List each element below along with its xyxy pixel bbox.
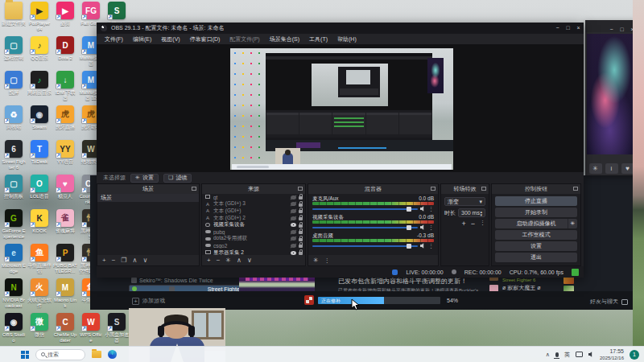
source-properties-button[interactable]: ✳设置 — [130, 174, 159, 183]
sources-toolbar-button[interactable]: ∨ — [247, 257, 252, 265]
speaker-icon[interactable] — [420, 206, 426, 212]
dock-popout-icon[interactable] — [298, 187, 303, 191]
control-button-1[interactable]: 开始录制 — [495, 208, 577, 217]
desktop-icon[interactable]: N↗NVIDIA Broadcast — [2, 278, 26, 311]
desktop-icon[interactable]: 火↗火绒安全软件 — [27, 278, 52, 311]
desktop-icon[interactable]: 鱼↗斗鱼直播伴侣 — [27, 244, 52, 277]
mixer-settings-icon[interactable]: ✳ — [313, 257, 319, 265]
menu-D[interactable]: 停靠窗口(D) — [185, 35, 225, 43]
desktop-icon[interactable]: ♪↗网易云音乐 — [27, 71, 52, 104]
wallpaper-app-window[interactable]: −□× ✳ i ♥ — [585, 20, 638, 175]
eye-hidden-icon[interactable] — [291, 237, 296, 241]
spinner-arrows-icon[interactable]: ▴▾ — [480, 210, 482, 216]
sources-toolbar-button[interactable]: ✳ — [225, 257, 231, 265]
clock[interactable]: 17:55 2025/12/16 — [600, 348, 624, 361]
settings-gear-button[interactable]: ✳ — [589, 163, 602, 174]
eye-visible-icon[interactable] — [291, 223, 296, 227]
scenes-toolbar-button[interactable]: ❐ — [121, 257, 126, 265]
lock-icon[interactable] — [299, 217, 303, 220]
eye-hidden-icon[interactable] — [291, 216, 296, 220]
desktop-icon[interactable]: G↗GeForce Experience — [2, 209, 26, 242]
desktop-icon[interactable]: C↗CheMe Updater — [53, 313, 77, 346]
lock-icon[interactable] — [299, 224, 303, 228]
sources-toolbar-button[interactable]: ∧ — [237, 257, 242, 265]
dock-popout-icon[interactable] — [192, 187, 196, 191]
ime-indicator[interactable]: 英 — [564, 351, 570, 359]
control-button-3[interactable]: 工作室模式 — [495, 230, 577, 240]
dock-popout-icon[interactable] — [431, 187, 436, 191]
menu-S[interactable]: 场景集合(S) — [265, 35, 304, 43]
obs-window[interactable]: OBS 29.1.3 - 配置文件: 未命名 - 场景: 未命名 − □ × 文… — [97, 23, 584, 278]
menu-V[interactable]: 视图(V) — [156, 35, 184, 43]
desktop-icon[interactable]: ◉↗OBS Studio — [2, 313, 26, 346]
source-row[interactable]: A文本 (GDI+) 3 — [202, 201, 305, 208]
desktop-icon[interactable]: M↗Maono Link — [53, 278, 77, 311]
source-row[interactable]: A文本 (GDI+) — [202, 208, 305, 215]
volume-slider[interactable] — [312, 208, 418, 210]
lock-icon[interactable] — [299, 231, 303, 234]
maximize-button[interactable]: □ — [563, 23, 573, 34]
taskbar-chevron-up-icon[interactable]: ∧ — [546, 352, 550, 358]
desktop-icon[interactable]: e↗Microsoft Edge — [2, 244, 26, 277]
menu-P[interactable]: 配置文件(P) — [225, 35, 264, 43]
source-row[interactable]: A文本 (GDI+) 2 — [202, 215, 305, 222]
desktop-icon[interactable]: D↗Dota 2 — [53, 36, 77, 69]
speaker-icon[interactable] — [420, 224, 426, 230]
kebab-menu-icon[interactable]: ⋮ — [428, 243, 434, 249]
desktop-icon[interactable]: K↗KOOK — [27, 209, 52, 242]
desktop-icon[interactable]: 新建文件夹 — [2, 2, 26, 35]
transition-duration-input[interactable]: 300 ms▴▾ — [458, 208, 485, 217]
kebab-menu-icon[interactable]: ⋮ — [428, 206, 434, 212]
volume-slider[interactable] — [312, 227, 418, 228]
minimize-button[interactable]: − — [552, 23, 563, 34]
volume-slider[interactable] — [312, 245, 418, 247]
close-button[interactable]: × — [573, 23, 584, 34]
control-button-0[interactable]: 停止直播 — [495, 196, 577, 206]
desktop-icon[interactable]: W↗WPS Office — [79, 313, 103, 346]
scenes-toolbar-button[interactable]: ∨ — [142, 257, 147, 265]
desktop-icon[interactable]: ▶↗必剪 — [53, 2, 77, 35]
speaker-icon[interactable] — [420, 243, 426, 249]
menu-T[interactable]: 工具(T) — [304, 35, 332, 43]
remove-transition-button[interactable]: − — [471, 220, 475, 228]
menu-E[interactable]: 编辑(E) — [128, 35, 156, 43]
desktop-icon[interactable]: ◉↗Steam — [27, 105, 52, 138]
info-button[interactable]: i — [605, 163, 618, 174]
steam-game-row[interactable]: Sekiro™: Shadows Die Twice — [129, 277, 250, 284]
desktop-icon[interactable]: ♪↗QQ音乐 — [27, 36, 52, 69]
desktop-icon[interactable]: ▢↗投屏 — [2, 71, 26, 104]
kebab-menu-icon[interactable]: ⋮ — [428, 224, 434, 230]
desktop-icon[interactable]: ♻↗回收站 — [2, 105, 26, 138]
source-row[interactable]: gt — [202, 194, 305, 201]
eye-hidden-icon[interactable] — [291, 244, 296, 248]
desktop-icon[interactable]: S↗小黑盒加速器 — [105, 313, 129, 346]
lock-icon[interactable] — [299, 245, 303, 248]
eye-visible-icon[interactable] — [291, 251, 296, 255]
desktop-icon[interactable]: P↗PUBG BATTLEGR... — [53, 244, 77, 277]
scenes-toolbar-button[interactable]: − — [112, 257, 116, 265]
control-button-2[interactable]: 启动虚拟摄像机✳ — [495, 219, 577, 228]
source-row[interactable]: dota2专用捕获 — [202, 236, 305, 243]
source-row[interactable]: pubg — [202, 228, 305, 236]
desktop-icon[interactable]: YY↗YY语音 — [53, 140, 77, 173]
lock-icon[interactable] — [299, 196, 303, 200]
eye-hidden-icon[interactable] — [291, 209, 296, 213]
cast-display-icon[interactable] — [576, 352, 583, 357]
dock-popout-icon[interactable] — [573, 187, 578, 191]
transition-type-select[interactable]: 渐变▾ — [444, 197, 485, 206]
eye-hidden-icon[interactable] — [291, 202, 296, 206]
edge-browser-icon[interactable] — [108, 350, 117, 359]
control-button-4[interactable]: 设置 — [495, 241, 577, 251]
obs-titlebar[interactable]: OBS 29.1.3 - 配置文件: 未命名 - 场景: 未命名 − □ × — [97, 23, 584, 34]
desktop-icon[interactable]: 6↗Street Fighter 6 — [2, 140, 26, 173]
lock-icon[interactable] — [299, 204, 303, 207]
file-explorer-icon[interactable] — [92, 351, 101, 358]
patch-progress-bar[interactable]: 正在修补 — [318, 297, 440, 304]
desktop-icon[interactable]: 虎↗虎牙直播 — [53, 105, 77, 138]
sources-toolbar-button[interactable]: − — [217, 257, 221, 265]
kebab-menu-icon[interactable]: ⋮ — [324, 257, 330, 265]
notification-badge[interactable]: 1 — [630, 350, 639, 360]
menu-F[interactable]: 文件(F) — [100, 35, 128, 43]
desktop-icon[interactable]: ▢↗远程控制 — [2, 36, 26, 69]
desktop-icon[interactable]: ♥↗糖豆人 — [53, 175, 77, 208]
